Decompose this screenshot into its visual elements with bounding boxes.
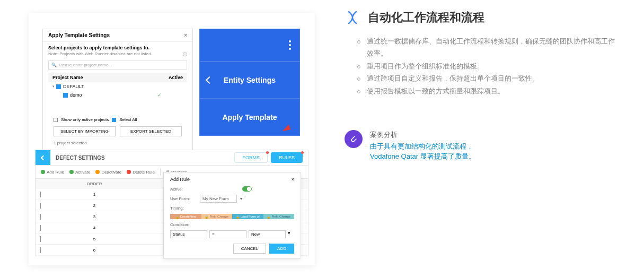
expand-caret-icon[interactable]: ▾ — [52, 84, 55, 89]
lock-icon: 🔒 — [205, 215, 208, 219]
plus-icon — [41, 170, 45, 174]
group-checkbox[interactable] — [56, 84, 61, 89]
modal-title: Apply Template Settings — [48, 32, 110, 38]
search-placeholder: Please enter project name... — [59, 63, 112, 67]
modal-subtitle: Select projects to apply template settin… — [48, 45, 187, 50]
delete-rule-button[interactable]: Delete Rule — [127, 170, 155, 175]
search-icon: 🔍 — [51, 63, 57, 67]
case-study-link[interactable]: 由于具有更加结构化的测试流程， Vodafone Qatar 显著提高了质量。 — [370, 141, 475, 162]
lock-icon: 🔒 — [175, 215, 179, 219]
lock-icon: 🔒 — [267, 215, 270, 219]
select-all-checkbox[interactable] — [112, 118, 116, 122]
pointer-arrow-icon — [281, 125, 290, 133]
attachment-icon — [345, 130, 363, 148]
back-button[interactable] — [36, 150, 50, 165]
order-cell: 1 — [52, 192, 136, 197]
info-icon[interactable]: ⓘ — [183, 51, 187, 57]
order-cell: 2 — [52, 203, 136, 208]
order-cell: 3 — [52, 214, 136, 219]
row-checkbox[interactable] — [40, 192, 41, 197]
feature-description: 自动化工作流程和流程 通过统一数据储存库、自动化工作流程和转换规则，确保无缝的团… — [345, 10, 620, 162]
add-rule-title: Add Rule — [170, 177, 190, 182]
export-selected-button[interactable]: EXPORT SELECTED — [120, 126, 182, 136]
condition-label: Condition: — [170, 222, 189, 227]
col-order: ORDER — [52, 181, 136, 186]
timing-label: Timing: — [170, 206, 184, 211]
chevron-down-icon: ▾ — [240, 196, 242, 201]
timing-bar[interactable]: 🔒CreateNew 🔒Field Change 🔒Load Form of 🔒… — [170, 214, 294, 219]
feature-title: 自动化工作流程和流程 — [368, 10, 484, 25]
feature-bullet: 使用报告模板以一致的方式衡量和跟踪项目。 — [360, 85, 620, 97]
chevron-left-icon — [40, 155, 46, 160]
project-name: demo — [70, 92, 82, 98]
tab-forms[interactable]: FORMS — [234, 152, 268, 163]
close-icon[interactable]: × — [184, 32, 187, 38]
row-checkbox[interactable] — [40, 203, 41, 209]
row-checkbox[interactable] — [40, 236, 41, 242]
add-button[interactable]: ADD — [269, 244, 294, 254]
use-form-label: Use Form: — [170, 196, 197, 201]
col-active: Active — [169, 75, 183, 80]
apply-template-row[interactable]: Apply Template — [199, 99, 300, 136]
add-rule-button[interactable]: Add Rule — [41, 170, 64, 175]
project-search[interactable]: 🔍 Please enter project name... — [48, 60, 187, 70]
defect-title: DEFECT SETTINGS — [56, 155, 105, 161]
condition-op-select[interactable]: = — [209, 230, 246, 238]
chevron-left-icon — [206, 76, 213, 84]
mobile-panel: Entity Settings Apply Template — [199, 29, 300, 136]
chevron-down-icon: ▾ — [288, 230, 290, 238]
feature-bullet: 通过跨项目自定义和报告，保持超出单个项目的一致性。 — [360, 72, 620, 84]
activate-button[interactable]: Activate — [69, 170, 90, 175]
order-cell: 4 — [52, 226, 136, 230]
active-label: Active: — [170, 187, 197, 192]
feature-bullet: 通过统一数据储存库、自动化工作流程和转换规则，确保无缝的团队协作和高工作效率。 — [360, 35, 620, 60]
activate-icon — [69, 170, 74, 174]
tab-rules[interactable]: RULES — [271, 152, 303, 163]
show-active-label: Show only active projects — [61, 117, 109, 122]
entity-settings-row[interactable]: Entity Settings — [199, 62, 300, 99]
active-toggle[interactable] — [242, 186, 252, 192]
project-group: DEFAULT — [63, 84, 84, 89]
deactivate-button[interactable]: Deactivate — [95, 170, 121, 175]
condition-value-select[interactable]: New — [249, 230, 286, 238]
row-checkbox[interactable] — [40, 214, 41, 220]
row-checkbox[interactable] — [40, 247, 41, 253]
cancel-button[interactable]: CANCEL — [233, 244, 266, 254]
delete-icon — [127, 170, 131, 174]
selected-count: 1 project selected. — [48, 138, 187, 148]
deactivate-icon — [95, 170, 100, 174]
modal-note: Note: Projects with Web Runner disabled … — [48, 51, 152, 57]
select-by-importing-button[interactable]: SELECT BY IMPORTING — [54, 126, 116, 136]
col-project-name: Project Name — [52, 75, 169, 80]
close-icon[interactable]: × — [292, 177, 294, 182]
feature-bullet: 重用项目作为整个组织标准化的模板。 — [360, 60, 620, 72]
screenshot-composite: Apply Template Settings × Select project… — [29, 13, 315, 265]
show-active-checkbox[interactable] — [54, 118, 58, 122]
order-cell: 5 — [52, 237, 136, 241]
apply-template-modal: Apply Template Settings × Select project… — [42, 29, 193, 151]
case-study-label: 案例分析 — [370, 130, 475, 140]
lock-icon: 🔒 — [236, 215, 240, 219]
menu-dots-icon[interactable] — [289, 40, 291, 50]
separator — [160, 169, 161, 175]
condition-field-select[interactable]: Status — [170, 230, 207, 238]
project-checkbox[interactable] — [63, 93, 68, 98]
workflow-icon — [345, 10, 360, 25]
entity-settings-label: Entity Settings — [224, 76, 276, 84]
apply-template-label: Apply Template — [222, 113, 277, 122]
form-select[interactable]: My New Form — [200, 195, 237, 203]
order-cell: 6 — [52, 248, 136, 253]
row-checkbox[interactable] — [40, 225, 41, 231]
select-all-label: Select All — [119, 117, 137, 122]
check-icon: ✓ — [157, 92, 162, 98]
mobile-header — [199, 29, 300, 62]
add-rule-dialog: Add Rule × Active: Use Form: My New Form… — [163, 172, 301, 258]
